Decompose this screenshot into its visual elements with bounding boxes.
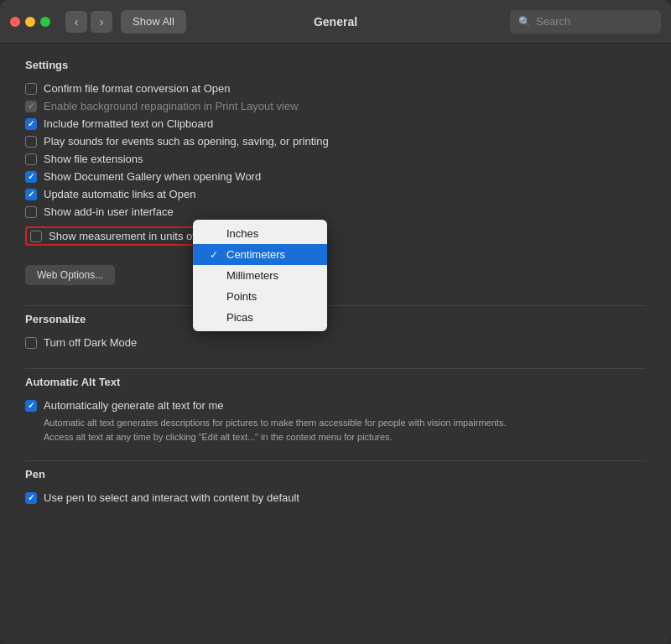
back-button[interactable]: ‹	[65, 11, 87, 33]
minimize-button[interactable]	[25, 17, 35, 27]
divider-2	[25, 368, 646, 369]
show-addin-checkbox[interactable]	[25, 206, 37, 218]
dropdown-item-centimeters[interactable]: ✓ Centimeters	[193, 244, 327, 265]
list-item: Use pen to select and interact with cont…	[25, 489, 646, 506]
alt-text-section: Automatic Alt Text Automatically generat…	[25, 376, 646, 444]
list-item: Confirm file format conversion at Open	[25, 80, 646, 97]
forward-button[interactable]: ›	[91, 11, 112, 33]
titlebar: ‹ › Show All General 🔍	[0, 0, 671, 44]
picas-label: Picas	[226, 311, 253, 324]
search-icon: 🔍	[518, 16, 531, 28]
confirm-format-label: Confirm file format conversion at Open	[44, 82, 231, 95]
dropdown-item-points[interactable]: Points	[193, 286, 327, 307]
list-item: Include formatted text on Clipboard	[25, 115, 646, 132]
formatted-text-label: Include formatted text on Clipboard	[44, 117, 213, 130]
list-item: Automatically generate alt text for me	[25, 397, 646, 414]
show-gallery-checkbox[interactable]	[25, 171, 37, 183]
dropdown-item-millimeters[interactable]: Millimeters	[193, 265, 327, 286]
list-item: Enable background repagination in Print …	[25, 97, 646, 115]
show-extensions-checkbox[interactable]	[25, 153, 37, 165]
measurement-checkbox[interactable]	[30, 231, 42, 242]
pen-select-checkbox[interactable]	[25, 492, 37, 504]
list-item: Show file extensions	[25, 150, 646, 168]
update-links-checkbox[interactable]	[25, 189, 37, 200]
play-sounds-label: Play sounds for events such as opening, …	[44, 135, 329, 148]
content-area: Settings Confirm file format conversion …	[0, 44, 671, 644]
close-button[interactable]	[10, 17, 20, 27]
measurement-dropdown-popup: Inches ✓ Centimeters Millimeters Points	[193, 220, 327, 331]
pen-select-label: Use pen to select and interact with cont…	[44, 491, 299, 504]
list-item: Play sounds for events such as opening, …	[25, 132, 646, 150]
alt-text-title: Automatic Alt Text	[25, 376, 646, 388]
dark-mode-label: Turn off Dark Mode	[44, 336, 137, 349]
auto-alt-checkbox[interactable]	[25, 400, 37, 412]
divider-1	[25, 305, 646, 306]
pen-title: Pen	[25, 468, 646, 480]
show-gallery-label: Show Document Gallery when opening Word	[44, 170, 261, 183]
list-item: Show Document Gallery when opening Word	[25, 168, 646, 185]
formatted-text-checkbox[interactable]	[25, 118, 37, 130]
dropdown-item-picas[interactable]: Picas	[193, 307, 327, 328]
bg-repagination-label: Enable background repagination in Print …	[44, 100, 299, 112]
nav-buttons: ‹ ›	[65, 11, 112, 33]
search-box[interactable]: 🔍	[510, 10, 661, 34]
points-label: Points	[226, 290, 257, 303]
web-options-button[interactable]: Web Options...	[25, 265, 115, 285]
window-title: General	[314, 15, 357, 29]
dark-mode-checkbox[interactable]	[25, 337, 37, 349]
update-links-label: Update automatic links at Open	[44, 188, 195, 200]
centimeters-label: Centimeters	[226, 248, 285, 261]
measurement-label: Show measurement in units of	[49, 230, 195, 242]
play-sounds-checkbox[interactable]	[25, 136, 37, 148]
settings-section: Settings Confirm file format conversion …	[25, 59, 646, 288]
show-extensions-label: Show file extensions	[44, 153, 143, 165]
traffic-lights	[10, 17, 50, 27]
list-item: Show add-in user interface	[25, 203, 646, 221]
window: ‹ › Show All General 🔍 Settings Confirm …	[0, 0, 671, 644]
pen-section: Pen Use pen to select and interact with …	[25, 468, 646, 506]
maximize-button[interactable]	[40, 17, 50, 27]
show-addin-label: Show add-in user interface	[44, 205, 174, 218]
settings-title: Settings	[25, 59, 646, 71]
centimeters-checkmark: ✓	[210, 249, 221, 261]
personalize-section: Personalize Turn off Dark Mode	[25, 313, 646, 351]
measurement-row: Show measurement in units of Inches ✓ Ce…	[25, 224, 646, 248]
dropdown-item-inches[interactable]: Inches	[193, 223, 327, 244]
list-item: Turn off Dark Mode	[25, 334, 646, 351]
search-input[interactable]	[536, 15, 653, 28]
bg-repagination-checkbox[interactable]	[25, 101, 37, 112]
divider-3	[25, 460, 646, 461]
confirm-format-checkbox[interactable]	[25, 83, 37, 95]
show-all-button[interactable]: Show All	[121, 10, 186, 34]
measurement-dropdown-trigger[interactable]: Show measurement in units of	[25, 226, 202, 246]
inches-label: Inches	[226, 227, 258, 240]
list-item: Update automatic links at Open	[25, 185, 646, 203]
millimeters-label: Millimeters	[226, 269, 278, 282]
auto-alt-label: Automatically generate alt text for me	[44, 399, 224, 412]
personalize-title: Personalize	[25, 313, 646, 325]
alt-text-description: Automatic alt text generates description…	[44, 416, 513, 444]
